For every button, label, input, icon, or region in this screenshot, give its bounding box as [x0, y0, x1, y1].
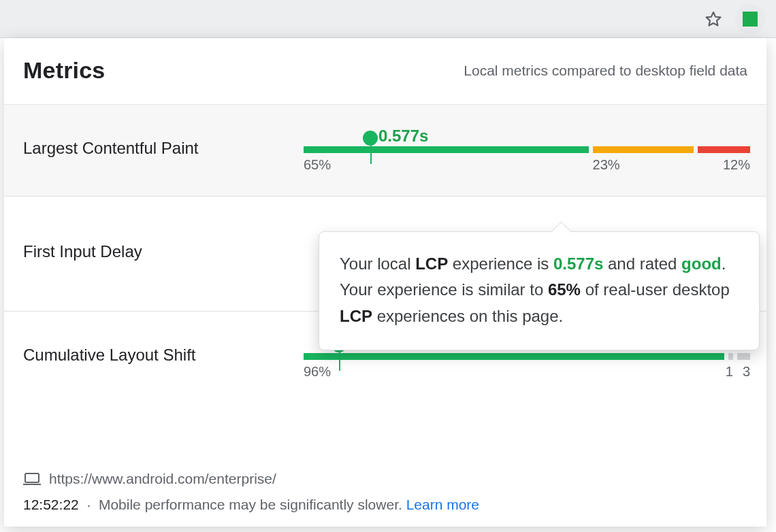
seg-a	[728, 353, 732, 360]
laptop-icon	[23, 472, 41, 486]
seg-bad	[698, 146, 750, 153]
lcp-good-pct: 65%	[304, 157, 589, 173]
seg-ok	[593, 146, 694, 153]
tt-text: experience is	[448, 254, 553, 273]
browser-toolbar	[0, 0, 776, 38]
metric-bar-lcp: 0.577s 65% 23% 12%	[304, 124, 750, 173]
metric-name-lcp: Largest Contentful Paint	[23, 139, 304, 158]
metric-value-lcp: 0.577s	[378, 128, 750, 144]
tt-text: experiences on this page.	[372, 307, 563, 325]
svg-rect-1	[25, 473, 39, 482]
tt-abbr: LCP	[415, 254, 448, 273]
seg-good	[304, 353, 724, 360]
profile-color-icon	[743, 12, 758, 27]
web-vitals-panel: Metrics Local metrics compared to deskto…	[4, 38, 766, 527]
profile-avatar[interactable]	[735, 4, 765, 34]
tt-abbr: LCP	[340, 307, 372, 325]
panel-header: Metrics Local metrics compared to deskto…	[4, 38, 766, 104]
footer-status-row: 12:52:22 · Mobile performance may be sig…	[23, 497, 747, 513]
tt-pct: 65%	[548, 280, 581, 299]
cls-a-pct: 1	[726, 364, 733, 380]
lcp-tooltip: Your local LCP experience is 0.577s and …	[319, 231, 760, 350]
tt-value: 0.577s	[553, 254, 603, 273]
seg-b	[737, 353, 750, 360]
panel-footer: https://www.android.com/enterprise/ 12:5…	[4, 471, 766, 527]
svg-marker-0	[707, 12, 721, 26]
lcp-bad-pct: 12%	[698, 157, 750, 173]
tt-text: Your local	[340, 254, 415, 273]
separator-dot: ·	[86, 497, 91, 512]
learn-more-link[interactable]: Learn more	[406, 497, 479, 512]
footer-url-row: https://www.android.com/enterprise/	[23, 471, 747, 487]
tt-text: of real-user desktop	[581, 280, 730, 299]
metric-name-cls: Cumulative Layout Shift	[23, 346, 304, 365]
bookmark-star-icon[interactable]	[704, 10, 723, 29]
metric-name-fid: First Input Delay	[23, 242, 304, 261]
cls-good-pct: 96%	[304, 364, 722, 380]
cls-b-pct: 3	[737, 364, 750, 380]
panel-title: Metrics	[23, 57, 105, 84]
lcp-ok-pct: 23%	[593, 157, 694, 173]
seg-good	[304, 146, 589, 153]
footer-warning: Mobile performance may be significantly …	[99, 497, 402, 512]
tt-text: and rated	[603, 254, 681, 273]
tt-rating: good	[681, 254, 722, 273]
footer-time: 12:52:22	[23, 497, 79, 512]
metric-row-lcp[interactable]: Largest Contentful Paint 0.577s 65% 23% …	[4, 104, 766, 196]
panel-subtitle: Local metrics compared to desktop field …	[464, 63, 747, 79]
footer-url: https://www.android.com/enterprise/	[49, 471, 276, 487]
